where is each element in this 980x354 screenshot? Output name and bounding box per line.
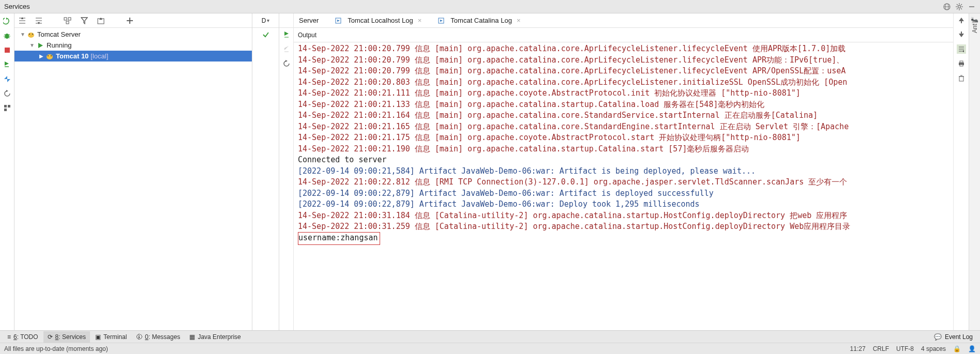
tabs-bar: Server Tomcat Localhost Log × Tomcat Cat… xyxy=(294,13,953,28)
tab-label: Tomcat Localhost Log xyxy=(348,17,413,24)
svg-marker-66 xyxy=(962,50,964,52)
tree-node-tomcat-server[interactable]: ▼ Tomcat Server xyxy=(14,29,252,40)
close-icon[interactable]: × xyxy=(418,17,422,24)
terminal-icon: ▣ xyxy=(95,333,101,341)
run-indicator-icon: ▶ xyxy=(38,53,44,59)
collapse-all-icon[interactable] xyxy=(34,16,43,25)
svg-rect-37 xyxy=(66,21,69,24)
services-icon: ⟳ xyxy=(48,333,53,341)
services-toolbar xyxy=(14,13,252,28)
javaee-icon: ▦ xyxy=(189,333,195,341)
trash-icon[interactable] xyxy=(957,73,966,83)
svg-point-3 xyxy=(958,5,961,8)
status-line-sep[interactable]: CRLF xyxy=(873,345,889,352)
btab-todo[interactable]: ≡ 6: TODO xyxy=(3,331,42,343)
status-time: 11:27 xyxy=(850,345,866,352)
btab-terminal[interactable]: ▣ Terminal xyxy=(91,331,131,343)
output-header-label: Output xyxy=(298,32,316,39)
svg-point-47 xyxy=(47,54,53,59)
hector-icon[interactable]: 👤 xyxy=(968,345,976,352)
side-tab-ant[interactable]: Ant xyxy=(971,24,978,33)
close-icon[interactable]: × xyxy=(517,17,521,24)
services-tree[interactable]: ▼ Tomcat Server ▼ Running ▶ Tomcat 10 [l… xyxy=(14,28,252,330)
console-line: 14-Sep-2022 21:00:20.803 信息 [main] org.a… xyxy=(298,77,953,88)
console-output[interactable]: 14-Sep-2022 21:00:20.799 信息 [main] org.a… xyxy=(294,42,953,330)
svg-point-44 xyxy=(29,34,30,35)
up-icon[interactable] xyxy=(957,16,966,25)
svg-rect-18 xyxy=(5,48,10,53)
console-line: 14-Sep-2022 21:00:21.190 信息 [main] org.a… xyxy=(298,144,953,155)
filter-icon[interactable] xyxy=(80,16,89,25)
right-pane: Server Tomcat Localhost Log × Tomcat Cat… xyxy=(294,13,969,330)
scroll-to-end-icon[interactable] xyxy=(282,44,291,54)
wrap-icon[interactable] xyxy=(957,44,966,54)
deploy-marker[interactable]: D xyxy=(262,17,266,24)
services-tree-panel: ▼ Tomcat Server ▼ Running ▶ Tomcat 10 [l… xyxy=(14,13,252,330)
console-line: 14-Sep-2022 21:00:21.165 信息 [main] org.a… xyxy=(298,121,953,133)
console-line: 14-Sep-2022 21:00:21.133 信息 [main] org.a… xyxy=(298,99,953,111)
layout-icon[interactable] xyxy=(3,103,12,113)
tab-server[interactable]: Server xyxy=(299,17,319,24)
svg-point-48 xyxy=(48,55,49,56)
ant-icon[interactable]: 🐜 xyxy=(971,17,978,24)
tree-label: Tomcat 10 xyxy=(56,52,88,60)
svg-rect-68 xyxy=(960,61,963,63)
chevron-down-icon[interactable]: ▾ xyxy=(267,18,269,23)
svg-point-49 xyxy=(51,55,52,56)
collapse-icon[interactable]: ▼ xyxy=(29,42,35,48)
tab-localhost-log[interactable]: Tomcat Localhost Log × xyxy=(334,17,421,25)
tool-window-title: Services xyxy=(4,3,30,10)
console-line: [2022-09-14 09:00:22,879] Artifact JavaW… xyxy=(298,188,953,199)
refresh-icon[interactable] xyxy=(282,59,291,68)
svg-marker-59 xyxy=(959,18,964,21)
deploy-icon[interactable] xyxy=(3,74,12,84)
log-icon xyxy=(334,17,342,25)
status-bar: All files are up-to-date (moments ago) 1… xyxy=(0,343,980,354)
svg-rect-69 xyxy=(960,65,963,66)
rerun-icon[interactable] xyxy=(3,17,12,26)
console-line: 14-Sep-2022 21:00:21.175 信息 [main] org.a… xyxy=(298,132,953,144)
svg-marker-58 xyxy=(440,20,443,22)
svg-rect-24 xyxy=(4,105,7,107)
btab-event-log[interactable]: Event Log xyxy=(945,333,973,341)
restart-icon[interactable] xyxy=(3,89,12,98)
lock-icon[interactable]: 🔒 xyxy=(953,345,961,352)
tree-node-running[interactable]: ▼ Running xyxy=(14,40,252,51)
btab-messages[interactable]: 🛈 0: Messages xyxy=(132,331,184,343)
status-indent[interactable]: 4 spaces xyxy=(921,345,946,352)
tree-node-tomcat-10[interactable]: ▶ Tomcat 10 [local] xyxy=(14,51,252,61)
hide-icon[interactable] xyxy=(968,3,976,11)
console-line: 14-Sep-2022 21:00:20.799 信息 [main] org.a… xyxy=(298,43,953,55)
stop-icon[interactable] xyxy=(3,45,12,55)
console-line: 14-Sep-2022 21:00:31.184 信息 [Catalina-ut… xyxy=(298,210,953,222)
svg-marker-56 xyxy=(337,20,340,22)
console-line: 14-Sep-2022 21:00:21.164 信息 [main] org.a… xyxy=(298,110,953,121)
console-line: 14-Sep-2022 21:00:22.812 信息 [RMI TCP Con… xyxy=(298,177,953,188)
down-icon[interactable] xyxy=(957,30,966,39)
btab-label: Terminal xyxy=(103,333,127,341)
bug-icon[interactable] xyxy=(3,31,12,40)
btab-services[interactable]: ⟳ 8: Services xyxy=(43,331,90,343)
globe-icon[interactable] xyxy=(943,3,951,11)
check-icon[interactable] xyxy=(261,30,270,39)
svg-line-9 xyxy=(961,8,962,9)
svg-marker-50 xyxy=(284,32,289,36)
add-icon[interactable] xyxy=(125,16,134,25)
expand-all-icon[interactable] xyxy=(18,16,27,25)
btab-java-enterprise[interactable]: ▦ Java Enterprise xyxy=(185,331,245,343)
status-encoding[interactable]: UTF-8 xyxy=(896,345,914,352)
svg-rect-25 xyxy=(8,105,10,107)
group-by-icon[interactable] xyxy=(63,16,72,25)
update-icon[interactable] xyxy=(3,60,12,69)
svg-line-11 xyxy=(957,8,958,9)
soft-wrap-icon[interactable] xyxy=(282,30,291,39)
import-icon[interactable] xyxy=(96,16,105,25)
todo-icon: ≡ xyxy=(7,333,11,341)
print-icon[interactable] xyxy=(957,59,966,68)
tab-catalina-log[interactable]: Tomcat Catalina Log × xyxy=(437,17,520,25)
svg-marker-23 xyxy=(6,90,8,92)
gear-icon[interactable] xyxy=(955,3,963,11)
btab-label: Services xyxy=(62,333,86,341)
output-gutter xyxy=(279,13,294,330)
collapse-icon[interactable]: ▼ xyxy=(20,32,26,37)
